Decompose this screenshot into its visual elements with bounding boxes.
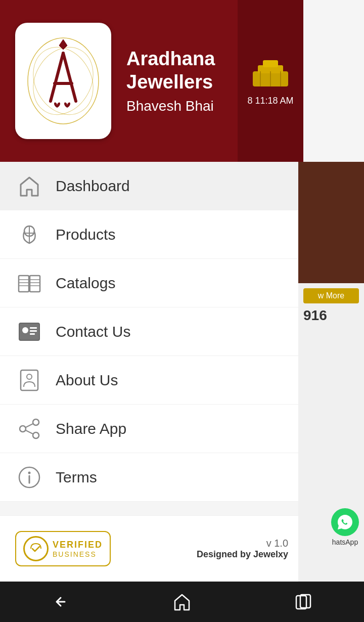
- verified-badge: VERIFIED BUSINESS: [15, 531, 111, 566]
- menu-item-catalogs[interactable]: Catalogs: [0, 259, 303, 307]
- right-overlay: 8 11:18 AM: [238, 0, 303, 162]
- svg-point-0: [28, 38, 99, 124]
- contact-icon: [15, 318, 43, 345]
- menu-item-terms[interactable]: Terms: [0, 453, 303, 502]
- whatsapp-label: hatsApp: [332, 538, 358, 546]
- designed-by: Designed by Jewelxy: [197, 549, 288, 559]
- recents-button[interactable]: [283, 587, 324, 617]
- drawer-menu: Dashboard Products: [0, 162, 303, 502]
- svg-rect-38: [300, 595, 310, 608]
- terms-icon: [15, 463, 43, 491]
- version-designed: v 1.0 Designed by Jewelxy: [197, 538, 288, 560]
- menu-item-contact[interactable]: Contact Us: [0, 307, 303, 356]
- home-icon: [15, 172, 43, 200]
- svg-rect-6: [263, 60, 278, 67]
- svg-point-31: [20, 426, 26, 432]
- menu-label-catalogs: Catalogs: [56, 275, 115, 292]
- share-icon: [15, 415, 43, 442]
- about-icon: [15, 366, 43, 394]
- menu-label-share: Share App: [56, 420, 126, 437]
- catalogs-icon: [15, 269, 43, 297]
- menu-item-products[interactable]: Products: [0, 210, 303, 259]
- svg-rect-14: [30, 276, 40, 292]
- verified-line2: BUSINESS: [53, 550, 103, 558]
- home-button[interactable]: [162, 587, 202, 617]
- header-text: Aradhana Jewellers Bhavesh Bhai: [126, 48, 215, 114]
- app-wrapper: Aradhana Jewellers Bhavesh Bhai 8 11:18 …: [0, 0, 364, 622]
- whatsapp-icon: [331, 508, 359, 536]
- menu-label-dashboard: Dashboard: [56, 177, 130, 195]
- svg-point-23: [22, 327, 28, 333]
- svg-point-29: [33, 419, 39, 425]
- app-logo-container: [15, 23, 111, 139]
- products-icon: [15, 220, 43, 248]
- menu-label-about: About Us: [56, 372, 118, 389]
- back-button[interactable]: [40, 587, 81, 617]
- svg-rect-26: [30, 333, 35, 335]
- gold-916-label: 916: [303, 307, 359, 324]
- svg-rect-37: [296, 596, 306, 609]
- svg-point-28: [27, 374, 32, 379]
- drawer-header: Aradhana Jewellers Bhavesh Bhai 8 11:18 …: [0, 0, 303, 162]
- svg-rect-13: [19, 276, 29, 292]
- svg-rect-27: [21, 370, 38, 390]
- svg-line-33: [26, 430, 33, 434]
- menu-item-share[interactable]: Share App: [0, 405, 303, 453]
- verified-text: VERIFIED BUSINESS: [53, 540, 103, 558]
- whatsapp-section[interactable]: hatsApp: [331, 508, 359, 546]
- svg-point-35: [28, 471, 30, 474]
- right-panel-section1: [298, 162, 364, 283]
- app-name: Aradhana Jewellers: [126, 48, 215, 94]
- drawer-footer: VERIFIED BUSINESS v 1.0 Designed by Jewe…: [0, 515, 303, 582]
- time-text: 8 11:18 AM: [247, 96, 293, 106]
- bottom-nav: [0, 582, 364, 622]
- svg-line-32: [26, 424, 33, 427]
- menu-label-contact: Contact Us: [56, 323, 130, 340]
- know-more-btn[interactable]: w More: [303, 288, 359, 303]
- verified-icon: [23, 536, 49, 561]
- verified-line1: VERIFIED: [53, 540, 103, 550]
- svg-rect-24: [30, 327, 37, 329]
- menu-item-dashboard[interactable]: Dashboard: [0, 162, 303, 210]
- right-panel-section2: w More 916: [298, 283, 364, 329]
- app-logo-svg: [23, 30, 104, 131]
- user-name: Bhavesh Bhai: [126, 98, 215, 114]
- menu-label-products: Products: [56, 226, 115, 243]
- svg-rect-25: [30, 330, 37, 332]
- menu-item-about[interactable]: About Us: [0, 356, 303, 405]
- version-text: v 1.0: [197, 538, 288, 549]
- menu-label-terms: Terms: [56, 469, 97, 486]
- gold-bars-icon: [250, 56, 291, 92]
- svg-marker-3: [59, 39, 67, 50]
- svg-point-30: [33, 432, 39, 438]
